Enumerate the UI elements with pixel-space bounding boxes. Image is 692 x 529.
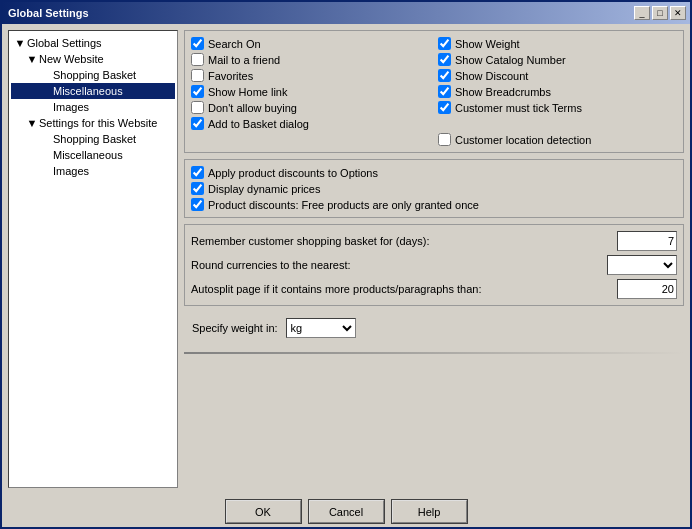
product-discounts-free-checkbox[interactable] <box>191 198 204 211</box>
divider <box>184 352 684 354</box>
expander-icon <box>39 100 53 114</box>
show-weight-checkbox[interactable] <box>438 37 451 50</box>
title-bar: Global Settings _ □ ✕ <box>2 2 690 24</box>
ok-button[interactable]: OK <box>226 500 301 523</box>
window-title: Global Settings <box>6 7 89 19</box>
expander-icon <box>39 132 53 146</box>
tree-item-global-settings[interactable]: ▼ Global Settings <box>11 35 175 51</box>
tree-label: Shopping Basket <box>53 133 136 145</box>
expander-icon <box>39 68 53 82</box>
checkbox-show-catalog: Show Catalog Number <box>438 53 677 66</box>
checkbox-show-discount: Show Discount <box>438 69 677 82</box>
checkbox-customer-tick: Customer must tick Terms <box>438 101 677 114</box>
round-currencies-select[interactable]: 0.01 0.1 1 <box>607 255 677 275</box>
show-discount-checkbox[interactable] <box>438 69 451 82</box>
apply-discounts-label: Apply product discounts to Options <box>208 167 378 179</box>
customer-tick-checkbox[interactable] <box>438 101 451 114</box>
dont-allow-checkbox[interactable] <box>191 101 204 114</box>
window-controls: _ □ ✕ <box>634 6 686 20</box>
checkbox-display-dynamic: Display dynamic prices <box>191 182 677 195</box>
show-discount-label: Show Discount <box>455 70 528 82</box>
basket-days-input[interactable] <box>617 231 677 251</box>
weight-group: Specify weight in: kg lb oz <box>184 312 684 344</box>
basket-days-label: Remember customer shopping basket for (d… <box>191 235 429 247</box>
show-home-checkbox[interactable] <box>191 85 204 98</box>
customer-tick-label: Customer must tick Terms <box>455 102 582 114</box>
mail-friend-checkbox[interactable] <box>191 53 204 66</box>
tree-label: Shopping Basket <box>53 69 136 81</box>
help-button[interactable]: Help <box>392 500 467 523</box>
weight-label: Specify weight in: <box>192 322 278 334</box>
tree-label: Miscellaneous <box>53 85 123 97</box>
window-body: ▼ Global Settings ▼ New Website Shopping… <box>2 24 690 494</box>
show-catalog-checkbox[interactable] <box>438 53 451 66</box>
apply-discounts-checkbox[interactable] <box>191 166 204 179</box>
customer-location-label: Customer location detection <box>455 134 591 146</box>
tree-label: Global Settings <box>27 37 102 49</box>
expander-icon <box>39 84 53 98</box>
tree-label: Images <box>53 101 89 113</box>
checkbox-show-home: Show Home link <box>191 85 430 98</box>
expander-icon: ▼ <box>25 116 39 130</box>
tree-label: Settings for this Website <box>39 117 157 129</box>
product-discounts-free-label: Product discounts: Free products are onl… <box>208 199 479 211</box>
add-basket-checkbox[interactable] <box>191 117 204 130</box>
favorites-checkbox[interactable] <box>191 69 204 82</box>
tree-label: Miscellaneous <box>53 149 123 161</box>
global-settings-window: Global Settings _ □ ✕ ▼ Global Settings … <box>0 0 692 529</box>
tree-item-miscellaneous-2[interactable]: Miscellaneous <box>11 147 175 163</box>
maximize-button[interactable]: □ <box>652 6 668 20</box>
checkbox-add-basket: Add to Basket dialog <box>191 117 430 130</box>
tree-item-miscellaneous-1[interactable]: Miscellaneous <box>11 83 175 99</box>
tree-item-shopping-basket-2[interactable]: Shopping Basket <box>11 131 175 147</box>
tree-panel: ▼ Global Settings ▼ New Website Shopping… <box>8 30 178 488</box>
round-currencies-label: Round currencies to the nearest: <box>191 259 351 271</box>
tree-item-shopping-basket-1[interactable]: Shopping Basket <box>11 67 175 83</box>
favorites-label: Favorites <box>208 70 253 82</box>
checkbox-search-on: Search On <box>191 37 430 50</box>
round-currencies-row: Round currencies to the nearest: 0.01 0.… <box>191 255 677 275</box>
dont-allow-label: Don't allow buying <box>208 102 297 114</box>
show-breadcrumbs-label: Show Breadcrumbs <box>455 86 551 98</box>
autosplit-row: Autosplit page if it contains more produ… <box>191 279 677 299</box>
show-weight-label: Show Weight <box>455 38 520 50</box>
tree-item-new-website[interactable]: ▼ New Website <box>11 51 175 67</box>
display-dynamic-checkbox[interactable] <box>191 182 204 195</box>
autosplit-input[interactable] <box>617 279 677 299</box>
show-breadcrumbs-checkbox[interactable] <box>438 85 451 98</box>
fields-group: Remember customer shopping basket for (d… <box>184 224 684 306</box>
expander-icon <box>39 148 53 162</box>
checkbox-customer-location: Customer location detection <box>438 133 677 146</box>
tree-label: New Website <box>39 53 104 65</box>
checkbox-product-discounts-free: Product discounts: Free products are onl… <box>191 198 677 211</box>
search-on-label: Search On <box>208 38 261 50</box>
checkbox-dont-allow: Don't allow buying <box>191 101 430 114</box>
cancel-button[interactable]: Cancel <box>309 500 384 523</box>
display-dynamic-label: Display dynamic prices <box>208 183 320 195</box>
right-panel: Search On Show Weight Mail to a friend S… <box>184 30 684 488</box>
mail-friend-label: Mail to a friend <box>208 54 280 66</box>
customer-location-checkbox[interactable] <box>438 133 451 146</box>
basket-days-row: Remember customer shopping basket for (d… <box>191 231 677 251</box>
close-button[interactable]: ✕ <box>670 6 686 20</box>
checkbox-apply-discounts: Apply product discounts to Options <box>191 166 677 179</box>
checkbox-favorites: Favorites <box>191 69 430 82</box>
expander-icon <box>39 164 53 178</box>
add-basket-label: Add to Basket dialog <box>208 118 309 130</box>
minimize-button[interactable]: _ <box>634 6 650 20</box>
tree-label: Images <box>53 165 89 177</box>
checkbox-mail-friend: Mail to a friend <box>191 53 430 66</box>
tree-item-images-1[interactable]: Images <box>11 99 175 115</box>
checkboxes-group: Search On Show Weight Mail to a friend S… <box>184 30 684 153</box>
weight-select[interactable]: kg lb oz <box>286 318 356 338</box>
autosplit-label: Autosplit page if it contains more produ… <box>191 283 481 295</box>
discounts-group: Apply product discounts to Options Displ… <box>184 159 684 218</box>
expander-icon: ▼ <box>25 52 39 66</box>
tree-item-settings-website[interactable]: ▼ Settings for this Website <box>11 115 175 131</box>
tree-item-images-2[interactable]: Images <box>11 163 175 179</box>
expander-icon: ▼ <box>13 36 27 50</box>
show-catalog-label: Show Catalog Number <box>455 54 566 66</box>
search-on-checkbox[interactable] <box>191 37 204 50</box>
checkbox-show-breadcrumbs: Show Breadcrumbs <box>438 85 677 98</box>
bottom-buttons: OK Cancel Help <box>2 494 690 527</box>
